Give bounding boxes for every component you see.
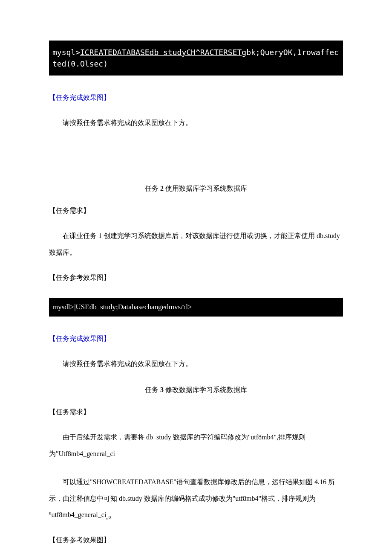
section-heading-req-3: 【任务需求】	[49, 407, 343, 417]
code-text: Databasechangedmvs∩l>	[118, 303, 192, 311]
para-text: 可以通过"SHOWCREATEDATABASE"语句查看数据库修改后的信息，运行…	[49, 478, 335, 502]
section-heading-ref-3: 【任务参考效果图】	[49, 535, 343, 545]
paragraph-instruction-2: 请按照任务需求将完成的效果图放在下方。	[49, 356, 343, 372]
section-heading-ref-2: 【任务参考效果图】	[49, 273, 343, 283]
section-heading-completion-1: 【任务完成效果图】	[49, 93, 343, 103]
task-title-num: 3	[160, 386, 164, 393]
code-text-underlined: ICREATEDATABASEdb studyCH^RACTERSET	[80, 48, 242, 57]
para-sub: ,,0	[106, 514, 111, 520]
code-text: mysql>	[52, 48, 80, 57]
task-title-2: 任务 2 使用数据库学习系统数据库	[49, 183, 343, 194]
paragraph-instruction-1: 请按照任务需求将完成的效果图放在下方。	[49, 115, 343, 131]
task-title-3: 任务 3 修改数据库学习系统数据库	[49, 385, 343, 395]
paragraph-req-3b: 可以通过"SHOWCREATEDATABASE"语句查看数据库修改后的信息，运行…	[49, 474, 343, 523]
para-text: utf8mb4_general_ci	[52, 511, 107, 518]
code-text: mysdl>	[52, 303, 74, 311]
task-title-num: 2	[160, 185, 164, 192]
paragraph-req-3a: 由于后续开发需求，需要将 db_study 数据库的字符编码修改为"utf8mb…	[49, 429, 343, 462]
paragraph-req-2: 在课业任务 1 创建完学习系统数据库后，对该数据库进行使用或切换，才能正常使用 …	[49, 228, 343, 261]
task-title-rest: 修改数据库学习系统数据库	[164, 386, 247, 393]
code-block-1: mysql>ICREATEDATABASEdb studyCH^RACTERSE…	[49, 41, 343, 76]
code-text-underlined: |USEdb_study;	[74, 303, 118, 311]
task-title-prefix: 任务	[145, 386, 160, 393]
task-title-prefix: 任务	[145, 185, 160, 192]
section-heading-req-2: 【任务需求】	[49, 206, 343, 216]
section-heading-completion-2: 【任务完成效果图】	[49, 334, 343, 344]
task-title-rest: 使用数据库学习系统数据库	[164, 185, 247, 192]
code-block-2: mysdl>|USEdb_study;Databasechangedmvs∩l>	[49, 298, 343, 317]
